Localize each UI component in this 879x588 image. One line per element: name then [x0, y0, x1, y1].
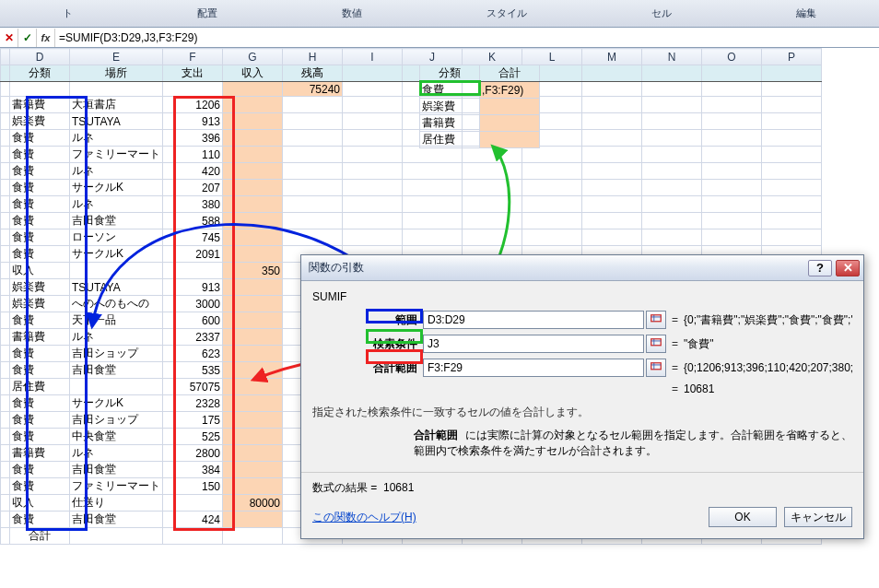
argument-input[interactable]	[423, 359, 644, 377]
cancel-icon[interactable]: ✕	[0, 29, 18, 47]
close-button[interactable]: ✕	[836, 260, 860, 276]
cell[interactable]	[223, 130, 283, 147]
cell[interactable]: 吉田食堂	[70, 213, 163, 229]
cell[interactable]	[10, 82, 70, 97]
cell[interactable]: 380	[163, 196, 223, 213]
cell[interactable]	[283, 229, 343, 246]
cell[interactable]	[223, 412, 283, 429]
cell[interactable]: 525	[163, 429, 223, 445]
cell[interactable]	[223, 346, 283, 362]
cell[interactable]: TSUTAYA	[70, 113, 163, 130]
header-cell[interactable]: 収入	[223, 65, 283, 82]
column-header[interactable]: I	[343, 49, 403, 65]
cell[interactable]: 600	[163, 312, 223, 329]
dialog-titlebar[interactable]: 関数の引数 ? ✕	[301, 255, 863, 281]
cell[interactable]: 食費	[10, 180, 70, 196]
cell[interactable]	[223, 445, 283, 462]
cell[interactable]	[163, 263, 223, 279]
cell[interactable]	[223, 395, 283, 412]
cell[interactable]: 食費	[10, 196, 70, 213]
cell[interactable]	[70, 379, 163, 395]
cell[interactable]: 天下一品	[70, 312, 163, 329]
cell[interactable]: 食費	[10, 512, 70, 528]
cell[interactable]	[480, 115, 540, 132]
range-picker-icon[interactable]	[646, 335, 666, 353]
cell[interactable]: 80000	[223, 495, 283, 512]
cell[interactable]	[223, 82, 283, 97]
cell[interactable]: 57075	[163, 379, 223, 395]
cell[interactable]: サークルK	[70, 180, 163, 196]
cell[interactable]: ルネ	[70, 196, 163, 213]
cell[interactable]	[223, 229, 283, 246]
cell[interactable]: 110	[163, 147, 223, 163]
cell[interactable]: 娯楽費	[10, 279, 70, 296]
cell[interactable]	[70, 263, 163, 279]
cell[interactable]: ルネ	[70, 163, 163, 180]
cell[interactable]: 食費	[10, 312, 70, 329]
cell[interactable]: 食費	[10, 147, 70, 163]
cell[interactable]: 75240	[283, 82, 343, 97]
cell[interactable]: 食費	[10, 130, 70, 147]
cell[interactable]	[283, 213, 343, 229]
cell[interactable]: 書籍費	[10, 445, 70, 462]
cell[interactable]	[223, 512, 283, 528]
cell[interactable]: 396	[163, 130, 223, 147]
cell[interactable]: ルネ	[70, 445, 163, 462]
column-header[interactable]: N	[642, 49, 702, 65]
ribbon-group[interactable]: 数値	[342, 6, 362, 20]
cell[interactable]	[480, 99, 540, 115]
ok-button[interactable]: OK	[709, 507, 777, 527]
total-label[interactable]: 合計	[10, 528, 70, 545]
cell[interactable]: 913	[163, 113, 223, 130]
cell[interactable]	[283, 180, 343, 196]
cell[interactable]	[223, 147, 283, 163]
cell[interactable]	[223, 478, 283, 495]
formula-input[interactable]: =SUMIF(D3:D29,J3,F3:F29)	[55, 31, 879, 44]
header-cell[interactable]: 分類	[420, 65, 480, 82]
cell[interactable]	[223, 196, 283, 213]
cell[interactable]: ルネ	[70, 130, 163, 147]
cell[interactable]	[480, 132, 540, 148]
cell[interactable]	[223, 312, 283, 329]
cell[interactable]: 535	[163, 362, 223, 379]
cell[interactable]: 仕送り	[70, 495, 163, 512]
cell[interactable]	[223, 462, 283, 478]
ribbon-group[interactable]: セル	[651, 6, 672, 20]
cell[interactable]: 娯楽費	[10, 296, 70, 312]
column-header[interactable]: O	[702, 49, 762, 65]
cell[interactable]: 吉田食堂	[70, 512, 163, 528]
cell[interactable]: サークルK	[70, 246, 163, 263]
cell[interactable]	[283, 147, 343, 163]
cell[interactable]	[283, 113, 343, 130]
cell[interactable]: 食費	[10, 478, 70, 495]
header-cell[interactable]: 合計	[480, 65, 540, 82]
cell[interactable]: 吉田ショップ	[70, 346, 163, 362]
cell[interactable]: ルネ	[70, 329, 163, 346]
cell[interactable]	[163, 495, 223, 512]
cell[interactable]: 2328	[163, 395, 223, 412]
cell[interactable]: ファミリーマート	[70, 478, 163, 495]
cell[interactable]	[223, 97, 283, 113]
column-header[interactable]: D	[10, 49, 70, 65]
help-button[interactable]: ?	[808, 260, 832, 276]
cell[interactable]	[223, 379, 283, 395]
cell[interactable]: 2337	[163, 329, 223, 346]
cell[interactable]: 書籍費	[420, 115, 480, 132]
summary-grid[interactable]: 分類合計食費,F3:F29)娯楽費書籍費居住費	[419, 65, 540, 148]
cell[interactable]: ローソン	[70, 229, 163, 246]
header-cell[interactable]: 残高	[283, 65, 343, 82]
cell[interactable]: 588	[163, 213, 223, 229]
cell[interactable]: 食費	[10, 362, 70, 379]
cell[interactable]: 中央食堂	[70, 429, 163, 445]
cell[interactable]: 大垣書店	[70, 97, 163, 113]
enter-icon[interactable]: ✓	[18, 29, 37, 47]
cell[interactable]: 1206	[163, 97, 223, 113]
cell[interactable]	[223, 213, 283, 229]
column-header[interactable]: E	[70, 49, 163, 65]
cell[interactable]	[223, 180, 283, 196]
cell[interactable]	[223, 246, 283, 263]
cell[interactable]: 150	[163, 478, 223, 495]
cell[interactable]	[70, 528, 163, 545]
range-picker-icon[interactable]	[646, 359, 666, 377]
cell[interactable]: サークルK	[70, 395, 163, 412]
